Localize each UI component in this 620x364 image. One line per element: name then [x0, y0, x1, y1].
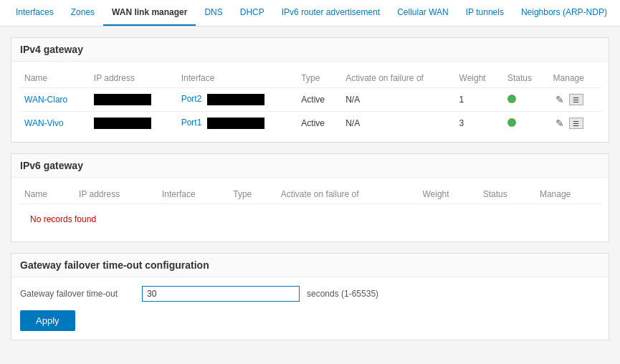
tab-ipv6-router[interactable]: IPv6 router advertisement	[273, 0, 388, 26]
ipv6-gateway-section: IPv6 gateway Name IP address Interface T…	[11, 153, 609, 242]
tab-zones[interactable]: Zones	[62, 0, 103, 26]
col-type: Type	[295, 69, 340, 88]
col-name: Name	[19, 69, 88, 88]
ipv6-col-activate: Activate on failure of	[275, 185, 417, 204]
edit-icon-2[interactable]: ✎	[553, 116, 566, 130]
weight-1: 1	[454, 88, 502, 112]
status-green-2	[507, 118, 516, 127]
edit-icon-1[interactable]: ✎	[553, 92, 566, 107]
port-value-block-2	[207, 118, 264, 129]
config-icon-1[interactable]: ☰	[569, 94, 583, 105]
main-content: IPv4 gateway Name IP address Interface T…	[0, 27, 620, 358]
failover-input[interactable]	[142, 286, 300, 302]
manage-1: ✎ ☰	[553, 92, 596, 107]
table-row: WAN-Claro Port2 Active N/A 1 ✎	[19, 88, 601, 112]
ipv6-col-ip: IP address	[73, 185, 156, 204]
ipv4-gateway-body: Name IP address Interface Type Activate …	[11, 62, 609, 142]
apply-button[interactable]: Apply	[20, 310, 75, 331]
failover-title: Gateway failover time-out configuration	[11, 254, 609, 277]
col-status: Status	[502, 69, 548, 88]
wan-vivo-link[interactable]: WAN-Vivo	[24, 118, 64, 128]
ipv6-col-status: Status	[477, 185, 534, 204]
ip-address-block-2	[94, 118, 151, 129]
col-activate: Activate on failure of	[340, 69, 453, 88]
tab-dynamic-dns[interactable]: Dynamic DNS	[616, 0, 620, 26]
tab-dns[interactable]: DNS	[196, 0, 231, 26]
status-green-1	[507, 95, 516, 103]
ipv4-gateway-section: IPv4 gateway Name IP address Interface T…	[11, 37, 609, 143]
activate-2: N/A	[340, 112, 453, 135]
weight-2: 3	[454, 112, 502, 135]
tab-neighbors[interactable]: Neighbors (ARP-NDP)	[512, 0, 616, 26]
no-records-row: No records found	[19, 204, 601, 235]
tab-ip-tunnels[interactable]: IP tunnels	[457, 0, 512, 26]
col-interface: Interface	[176, 69, 296, 88]
ipv4-gateway-title: IPv4 gateway	[11, 38, 609, 62]
ipv6-gateway-title: IPv6 gateway	[11, 154, 609, 178]
ipv6-col-interface: Interface	[156, 185, 227, 204]
port2-link[interactable]: Port2	[181, 94, 202, 104]
failover-label: Gateway failover time-out	[20, 289, 135, 299]
no-records-text: No records found	[24, 209, 596, 230]
ip-address-block-1	[94, 94, 151, 105]
ipv6-col-manage: Manage	[534, 185, 601, 204]
col-weight: Weight	[454, 69, 502, 88]
tab-cellular-wan[interactable]: Cellular WAN	[388, 0, 457, 26]
tab-interfaces[interactable]: Interfaces	[7, 0, 62, 26]
tab-wan-link-manager[interactable]: WAN link manager	[103, 0, 196, 26]
table-row: WAN-Vivo Port1 Active N/A 3 ✎	[19, 112, 601, 135]
top-nav: Interfaces Zones WAN link manager DNS DH…	[0, 0, 620, 27]
tab-dhcp[interactable]: DHCP	[232, 0, 273, 26]
manage-2: ✎ ☰	[553, 116, 596, 130]
col-ip: IP address	[88, 69, 176, 88]
failover-section: Gateway failover time-out configuration …	[11, 253, 609, 340]
ipv6-col-weight: Weight	[416, 185, 477, 204]
config-icon-2[interactable]: ☰	[569, 118, 583, 129]
ipv6-col-name: Name	[19, 185, 73, 204]
port1-link[interactable]: Port1	[181, 118, 202, 128]
wan-claro-link[interactable]: WAN-Claro	[24, 95, 67, 105]
ipv6-gateway-table: Name IP address Interface Type Activate …	[19, 185, 601, 234]
col-manage: Manage	[548, 69, 601, 88]
failover-form-row: Gateway failover time-out seconds (1-655…	[11, 277, 609, 310]
port-value-block-1	[207, 94, 264, 105]
ipv4-gateway-table: Name IP address Interface Type Activate …	[19, 69, 601, 135]
type-2: Active	[295, 112, 340, 135]
failover-hint: seconds (1-65535)	[307, 289, 378, 299]
ipv6-col-type: Type	[227, 185, 275, 204]
ipv6-gateway-body: Name IP address Interface Type Activate …	[11, 178, 609, 241]
activate-1: N/A	[340, 88, 453, 112]
type-1: Active	[295, 88, 340, 112]
